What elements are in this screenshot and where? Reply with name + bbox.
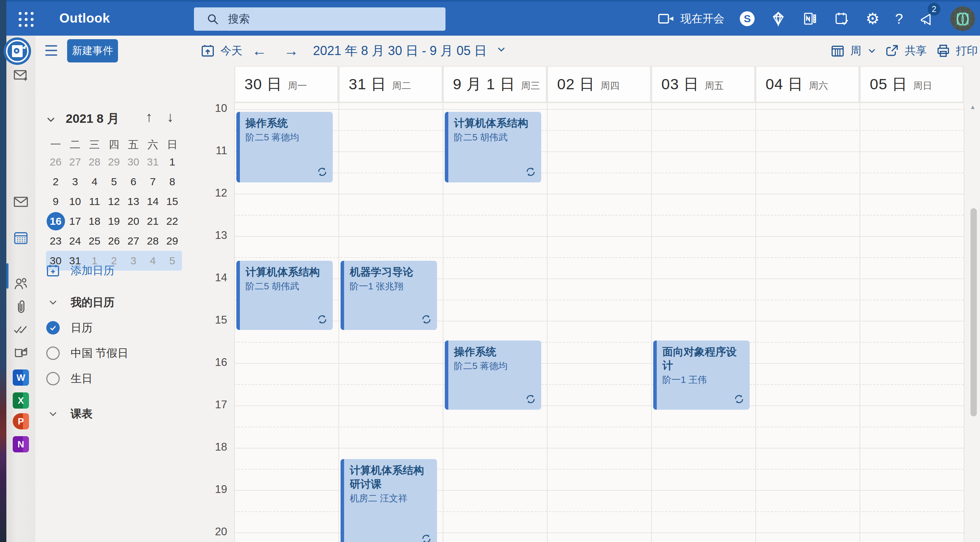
today-button[interactable]: 今天 — [200, 36, 242, 66]
mini-calendar-day[interactable]: 30 — [124, 157, 143, 167]
mini-calendar-day[interactable]: 10 — [65, 196, 85, 207]
mini-calendar-day[interactable]: 15 — [162, 196, 182, 207]
mini-calendar-collapse-icon[interactable] — [45, 113, 57, 127]
mini-calendar-day[interactable]: 18 — [85, 216, 104, 227]
mini-calendar-day[interactable]: 28 — [143, 236, 162, 246]
mini-calendar-day[interactable]: 19 — [104, 216, 124, 227]
mini-calendar-day[interactable]: 5 — [104, 176, 124, 187]
mini-calendar-day[interactable]: 7 — [143, 176, 162, 187]
event-card[interactable]: 机器学习导论阶一1 张兆翔 — [340, 261, 437, 330]
avatar[interactable] — [950, 6, 975, 31]
day-header-cell[interactable]: 9 月 1 日周三 — [444, 67, 546, 101]
mini-calendar-day[interactable]: 16 — [46, 216, 65, 227]
calendar-item-holidays[interactable]: 中国 节假日 — [35, 344, 196, 362]
files-paperclip-icon[interactable] — [6, 298, 35, 315]
mini-calendar-day[interactable]: 31 — [143, 157, 162, 167]
mini-calendar-day[interactable]: 17 — [65, 216, 85, 227]
search-bar[interactable] — [194, 7, 445, 31]
share-button[interactable]: 共享 — [884, 36, 927, 66]
mini-calendar-day[interactable]: 29 — [162, 236, 182, 246]
people-module-icon[interactable] — [6, 276, 35, 291]
mini-calendar-day[interactable]: 3 — [65, 176, 85, 187]
mini-calendar-day[interactable]: 11 — [85, 196, 104, 207]
half-hour-gridline — [234, 426, 964, 427]
mini-calendar-day[interactable]: 12 — [104, 196, 124, 207]
prev-month-icon[interactable]: ↑ — [146, 109, 153, 125]
scroll-up-icon[interactable]: ▲ — [970, 104, 976, 111]
day-header-cell[interactable]: 30 日周一 — [235, 67, 337, 101]
powerpoint-icon[interactable]: P — [6, 413, 35, 429]
new-event-button[interactable]: 新建事件 — [67, 39, 118, 62]
week-grid[interactable]: ▲ 1011121314151617181920操作系统阶二5 蒋德均计算机体系… — [196, 103, 980, 542]
mini-calendar-day[interactable]: 6 — [124, 176, 143, 187]
todo-module-icon[interactable] — [6, 322, 35, 336]
todo-button[interactable] — [834, 11, 850, 27]
mini-calendar-day[interactable]: 9 — [46, 196, 65, 207]
day-header-cell[interactable]: 03 日周五 — [652, 67, 754, 101]
mini-calendar-day[interactable]: 1 — [162, 157, 182, 167]
time-label: 20 — [196, 525, 227, 538]
schedule-group-section[interactable]: 课表 — [35, 405, 196, 423]
mini-calendar-day[interactable]: 28 — [85, 157, 104, 167]
onenote-feed-button[interactable] — [802, 11, 818, 27]
hamburger-menu-icon[interactable] — [45, 45, 57, 56]
mail-module-icon[interactable] — [6, 195, 35, 209]
calendar-module-icon[interactable] — [6, 230, 35, 246]
calendar-checked-icon[interactable] — [46, 321, 60, 334]
calendar-unchecked-icon[interactable] — [46, 347, 60, 360]
my-calendars-section[interactable]: 我的日历 — [35, 293, 196, 312]
mini-calendar-day[interactable]: 8 — [162, 176, 182, 187]
mini-calendar-day[interactable]: 27 — [65, 157, 85, 167]
search-input[interactable] — [227, 12, 426, 26]
day-header-cell[interactable]: 31 日周二 — [339, 67, 442, 101]
event-card[interactable]: 计算机体系结构阶二5 胡伟武 — [236, 261, 333, 330]
scrollbar-thumb[interactable] — [970, 208, 977, 416]
mini-calendar-day[interactable]: 26 — [46, 157, 65, 167]
media-doc-icon[interactable] — [6, 345, 35, 360]
mini-calendar-day[interactable]: 23 — [46, 236, 65, 246]
onenote-icon[interactable]: N — [6, 436, 35, 452]
event-card[interactable]: 面向对象程序设计阶一1 王伟 — [653, 341, 750, 410]
calendar-item-birthdays[interactable]: 生日 — [35, 369, 196, 388]
prev-week-button[interactable]: ← — [252, 36, 267, 66]
outlook-logo-icon[interactable] — [3, 37, 31, 65]
mini-calendar-day[interactable]: 4 — [85, 176, 104, 187]
event-card[interactable]: 计算机体系结构研讨课机房二 汪文祥 — [340, 459, 437, 542]
mini-calendar-day[interactable]: 26 — [104, 236, 124, 246]
calendar-unchecked-icon[interactable] — [46, 372, 60, 385]
mini-calendar-day[interactable]: 21 — [143, 216, 162, 227]
day-header-cell[interactable]: 02 日周四 — [548, 67, 650, 101]
premium-button[interactable] — [770, 11, 786, 27]
mini-calendar-day[interactable]: 24 — [65, 236, 85, 246]
print-button[interactable]: 打印 — [935, 36, 978, 66]
day-header-cell[interactable]: 04 日周六 — [756, 67, 859, 101]
settings-button[interactable]: ⚙ — [865, 11, 879, 27]
next-month-icon[interactable]: ↓ — [167, 109, 174, 125]
day-header-cell[interactable]: 05 日周日 — [861, 67, 963, 101]
mini-calendar-day[interactable]: 29 — [104, 157, 124, 167]
meet-now-button[interactable]: 现在开会 — [658, 11, 724, 26]
app-launcher-icon[interactable] — [17, 10, 35, 29]
event-card[interactable]: 操作系统阶二5 蒋德均 — [236, 112, 333, 182]
add-calendar-button[interactable]: 添加日历 — [35, 261, 196, 280]
date-range-picker[interactable]: 2021 年 8 月 30 日 - 9 月 05 日 — [313, 36, 508, 66]
event-card[interactable]: 计算机体系结构阶二5 胡伟武 — [445, 112, 541, 182]
excel-icon[interactable]: X — [6, 392, 35, 409]
help-button[interactable]: ? — [895, 11, 903, 27]
calendar-item-default[interactable]: 日历 — [35, 319, 196, 337]
mini-calendar-day[interactable]: 14 — [143, 196, 162, 207]
mini-calendar-day[interactable]: 27 — [124, 236, 143, 246]
mini-calendar-day[interactable]: 22 — [162, 216, 182, 227]
mini-calendar-day[interactable]: 13 — [124, 196, 143, 207]
mini-calendar-day[interactable]: 25 — [85, 236, 104, 246]
word-icon[interactable]: W — [6, 369, 35, 386]
mini-calendar-title[interactable]: 2021 8 月 — [66, 111, 119, 127]
mini-calendar-day[interactable]: 20 — [124, 216, 143, 227]
mini-calendar-day[interactable]: 2 — [46, 176, 65, 187]
next-week-button[interactable]: → — [284, 36, 299, 66]
skype-button[interactable]: S — [740, 11, 755, 26]
event-card[interactable]: 操作系统阶二5 蒋德均 — [445, 341, 541, 410]
view-switcher[interactable]: 周 — [830, 36, 878, 66]
compose-mail-icon[interactable] — [6, 68, 35, 82]
whats-new-button[interactable]: 2 — [918, 11, 935, 27]
